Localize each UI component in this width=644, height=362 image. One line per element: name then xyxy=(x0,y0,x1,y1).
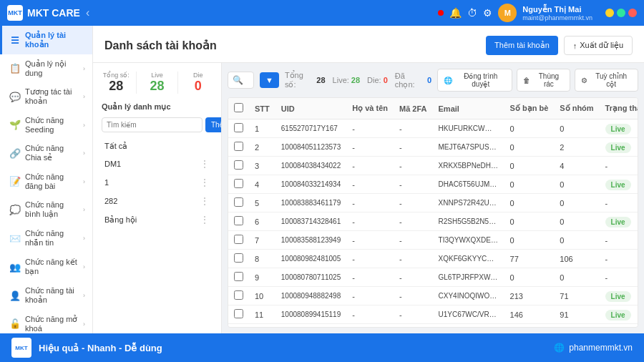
gear-icon[interactable]: ⚙ xyxy=(483,7,492,19)
die-label: Die xyxy=(184,72,213,79)
cell-email: GL6TPJRFPXWBHTT xyxy=(433,268,504,287)
row-checkbox[interactable] xyxy=(234,197,243,207)
dots-menu-icon-4[interactable]: ⋮ xyxy=(200,214,210,225)
add-account-button[interactable]: Thêm tài khoản xyxy=(486,36,558,55)
close-button[interactable] xyxy=(628,9,637,17)
customize-columns-button[interactable]: ⚙ Tuỳ chỉnh cột xyxy=(575,69,638,92)
content-area: Tổng số: 28 Live 28 Die 0 Quản lý dan xyxy=(93,63,644,333)
add-category-button[interactable]: Thêm xyxy=(205,117,222,132)
table-toolbar: 🔍 ▼ Tổng số: 28 Live: 28 xyxy=(228,69,638,92)
cell-uid: 100084051123573 xyxy=(275,138,346,157)
sidebar-item-comment[interactable]: 💭 Chức năng bình luận › xyxy=(0,195,92,224)
sidebar-item-content-management[interactable]: 📋 Quản lý nội dung › xyxy=(0,54,92,82)
cell-email: MEJT6A7SPUSJARCI xyxy=(433,138,504,157)
clock-icon[interactable]: ⏱ xyxy=(467,7,477,19)
footer-logo: MKT xyxy=(11,338,31,358)
cell-2fa: - xyxy=(394,268,433,287)
category-name-all: Tất cả xyxy=(104,142,127,151)
row-checkbox[interactable] xyxy=(234,142,243,151)
cell-email: HKUFURKCWWLOIY xyxy=(433,119,504,138)
cell-groups: 0 xyxy=(554,194,599,212)
sidebar-item-friend[interactable]: 👥 Chức năng kết bạn › xyxy=(0,253,92,281)
status-dash: - xyxy=(605,255,608,263)
globe-icon: 🌐 xyxy=(554,343,565,353)
sidebar-label-account-management: Quản lý tài khoản xyxy=(25,31,85,49)
browser-sync-button[interactable]: 🌐 Đồng trình duyệt xyxy=(437,69,512,92)
live-inline: Live: 28 xyxy=(333,76,361,84)
cell-name: - xyxy=(346,157,394,175)
export-button[interactable]: ↑ Xuất dữ liệu xyxy=(564,36,633,55)
category-name-dm1: DM1 xyxy=(104,160,121,168)
sidebar-item-message[interactable]: ✉️ Chức năng nhắn tin › xyxy=(0,224,92,253)
maximize-button[interactable] xyxy=(617,9,625,17)
cell-status: Live xyxy=(600,212,638,231)
sidebar-item-share[interactable]: 🔗 Chức năng Chia sẻ › xyxy=(0,139,92,167)
sidebar-item-open-account[interactable]: 🔓 Chức năng mở khoá › xyxy=(0,310,92,333)
arrow-icon-2: › xyxy=(83,93,85,100)
die-value: 0 xyxy=(184,79,213,94)
sidebar-item-account-management[interactable]: ☰ Quản lý tài khoản xyxy=(0,26,92,54)
dots-menu-icon-3[interactable]: ⋮ xyxy=(200,195,210,207)
footer-left: MKT Hiệu quả - Nhanh - Dễ dùng xyxy=(11,338,162,358)
minimize-button[interactable] xyxy=(605,9,614,17)
col-status: Trạng thái xyxy=(600,98,638,119)
cell-email: U1YC67WC/VRZYJkK xyxy=(433,305,504,324)
row-checkbox-cell xyxy=(228,194,249,212)
table-row: 9 100080780711025 - - GL6TPJRFPXWBHTT 0 … xyxy=(228,268,638,287)
trash-button[interactable]: 🗑 Thùng rác xyxy=(517,69,570,92)
search-input[interactable] xyxy=(243,72,249,88)
select-all-checkbox[interactable] xyxy=(234,103,243,112)
category-item-dm1[interactable]: DM1 ⋮ xyxy=(102,155,213,173)
category-search-input[interactable] xyxy=(102,117,203,132)
sidebar-item-account-func[interactable]: 👤 Chức năng tài khoản › xyxy=(0,281,92,310)
cell-name: - xyxy=(346,250,394,268)
avatar[interactable]: M xyxy=(498,4,517,22)
post-icon: 📝 xyxy=(9,176,21,187)
bell-icon[interactable]: 🔔 xyxy=(449,7,462,19)
cell-stt: 8 xyxy=(249,250,275,268)
row-checkbox[interactable] xyxy=(234,235,243,244)
back-arrow[interactable]: ‹ xyxy=(86,6,89,19)
table-row: 10 100080948882498 - - CXY4INOQIWOV2Q 21… xyxy=(228,287,638,305)
row-checkbox[interactable] xyxy=(234,160,243,170)
sidebar-item-seeding[interactable]: 🌱 Chức năng Seeding › xyxy=(0,111,92,139)
cell-groups: 0 xyxy=(554,175,599,194)
arrow-icon: › xyxy=(83,65,85,72)
row-checkbox-cell xyxy=(228,231,249,250)
row-checkbox[interactable] xyxy=(234,123,243,132)
cell-email: XRKX5BPNeDH5OZI xyxy=(433,157,504,175)
cell-email: DHAC6T56UJMMSG xyxy=(433,175,504,194)
sidebar-item-account-interaction[interactable]: 💬 Tương tác tài khoản › xyxy=(0,82,92,111)
category-item-1[interactable]: 1 ⋮ xyxy=(102,173,213,192)
dots-menu-icon[interactable]: ⋮ xyxy=(200,158,210,170)
topbar: MKT MKT CARE ‹ 🔔 ⏱ ⚙ M Nguyễn Thị Mai ma… xyxy=(0,0,644,26)
cell-status: Live xyxy=(600,305,638,324)
row-checkbox[interactable] xyxy=(234,309,243,318)
row-checkbox[interactable] xyxy=(234,216,243,225)
row-checkbox[interactable] xyxy=(234,290,243,300)
category-item-banghoi[interactable]: Bảng hội ⋮ xyxy=(102,210,213,229)
comment-icon: 💭 xyxy=(9,205,21,215)
stat-divider-2 xyxy=(177,72,178,94)
cell-groups: 0 xyxy=(554,212,599,231)
dots-menu-icon-2[interactable]: ⋮ xyxy=(200,177,210,188)
row-checkbox[interactable] xyxy=(234,272,243,281)
sidebar-item-post[interactable]: 📝 Chức năng đăng bài › xyxy=(0,167,92,195)
row-checkbox[interactable] xyxy=(234,253,243,263)
col-friends: Số bạn bè xyxy=(504,98,555,119)
live-inline-label: Live: xyxy=(333,76,349,84)
cell-status: Live xyxy=(600,287,638,305)
category-item-282[interactable]: 282 ⋮ xyxy=(102,192,213,210)
sidebar-label-account-func: Chức năng tài khoản xyxy=(25,286,79,305)
cell-status: Live xyxy=(600,175,638,194)
cell-groups: 2 xyxy=(554,138,599,157)
row-checkbox-cell xyxy=(228,250,249,268)
col-name: Họ và tên xyxy=(346,98,394,119)
filter-button[interactable]: ▼ xyxy=(260,72,279,88)
live-value: 28 xyxy=(142,79,171,94)
cell-email: XQKF6GKYYCBXV4I xyxy=(433,250,504,268)
cell-stt: 5 xyxy=(249,194,275,212)
category-item-all[interactable]: Tất cả xyxy=(102,138,213,155)
col-uid: UID xyxy=(275,98,346,119)
row-checkbox[interactable] xyxy=(234,179,243,188)
